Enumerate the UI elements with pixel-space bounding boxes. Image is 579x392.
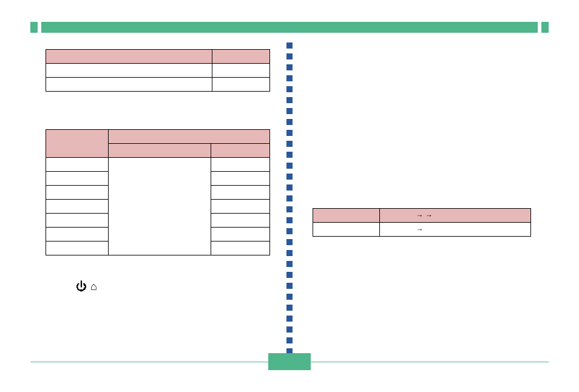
table-cell <box>212 78 270 92</box>
table-row: → <box>313 223 531 237</box>
table-header-cell <box>46 130 109 158</box>
table-cell <box>46 78 212 92</box>
table-cell <box>211 228 270 242</box>
table-cell: → <box>379 223 530 237</box>
table-cell <box>211 172 270 186</box>
table-cell <box>46 200 109 214</box>
table-cell <box>46 242 109 255</box>
table-cell <box>46 214 109 228</box>
table-right: → → → <box>313 208 531 237</box>
power-icon: ⏻ <box>76 280 87 293</box>
header-segment-main <box>41 22 538 33</box>
table-header-cell <box>211 144 270 158</box>
column-divider <box>286 42 293 358</box>
table-mid-left <box>46 129 270 255</box>
table-cell <box>46 186 109 200</box>
table-cell <box>211 158 270 172</box>
table-cell-merged <box>108 158 211 255</box>
table-header-cell <box>46 50 212 64</box>
table-cell <box>211 214 270 228</box>
table-row <box>46 78 270 92</box>
header-bar <box>30 22 549 33</box>
page-number-badge <box>268 353 311 370</box>
header-segment <box>30 22 38 33</box>
table-cell <box>313 223 380 237</box>
table-cell <box>211 186 270 200</box>
table-header-cell <box>108 144 211 158</box>
table-header-cell <box>313 209 380 223</box>
table-header-cell <box>108 130 269 144</box>
table-top-left <box>46 49 270 92</box>
icon-row: ⏻ ⌂ <box>76 280 97 293</box>
table-header-cell: → → <box>379 209 530 223</box>
table-header-cell <box>212 50 270 64</box>
table-cell <box>46 172 109 186</box>
home-icon: ⌂ <box>90 280 97 293</box>
header-segment <box>541 22 549 33</box>
table-cell <box>46 228 109 242</box>
table-cell <box>46 64 212 78</box>
table-cell <box>211 200 270 214</box>
table-row <box>46 64 270 78</box>
table-row <box>46 158 270 172</box>
table-cell <box>212 64 270 78</box>
table-cell <box>46 158 109 172</box>
table-cell <box>211 242 270 255</box>
